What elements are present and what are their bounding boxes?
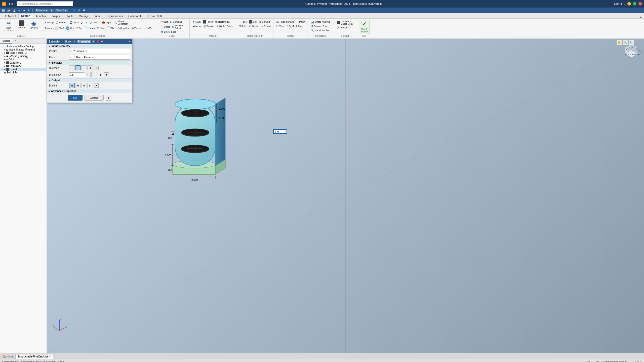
redo-btn[interactable]: ↪ [22, 9, 26, 12]
undo-btn[interactable]: ↩ [18, 9, 21, 12]
tab-view[interactable]: View [92, 14, 103, 18]
orbit-btn[interactable]: ↻ [628, 40, 634, 45]
distance-a-dropdown-btn[interactable]: ▾ [104, 72, 109, 77]
ok-btn[interactable]: OK [68, 95, 83, 101]
tab-inspect[interactable]: Inspect [50, 14, 64, 18]
fillet-btn[interactable]: ⌒ Fillet [106, 26, 116, 30]
close-btn[interactable] [638, 2, 642, 6]
dimension-input-box[interactable]: › [273, 129, 287, 134]
home-tab[interactable]: 🏠 Home [1, 354, 15, 359]
input-geometry-section[interactable]: ▼ Input Geometry [47, 44, 132, 48]
distance-a-input[interactable] [69, 72, 84, 77]
profiles-field[interactable]: ↖ 2 Profiles × [69, 49, 130, 53]
from-clear-btn[interactable]: × [91, 56, 94, 59]
open-btn[interactable]: 📂 [7, 9, 11, 12]
sign-in-btn[interactable]: Sign In [614, 3, 622, 5]
model-tab[interactable]: Model [0, 39, 12, 43]
unwrap-btn[interactable]: 📄 Unrap [84, 26, 96, 30]
appearance-dropdown[interactable]: ▾ [50, 9, 54, 12]
box-btn[interactable]: ⬛ Box [248, 20, 258, 24]
pin-btn[interactable]: 📌 [96, 40, 100, 43]
from-field[interactable]: ↖ 1 Sketch Plane × [69, 55, 130, 60]
fit-mesh-btn[interactable]: ⊞ Fit Mesh Face [285, 24, 304, 28]
tree-item-endofpart[interactable]: ⊞ End of Part [1, 71, 46, 74]
chamfer-btn[interactable]: ◇ Chamfer [117, 26, 130, 30]
doc-tab-close-btn[interactable]: × [49, 355, 51, 358]
tab-collaborate[interactable]: Collaborate [126, 14, 145, 18]
status-icon-1[interactable]: ≡ [635, 360, 636, 362]
search-input[interactable] [22, 3, 72, 5]
doc-tab-active[interactable]: InstructableFinalDraft.ipt × [15, 354, 53, 359]
split-btn[interactable]: ✂ Split [160, 20, 169, 24]
cancel-btn[interactable]: Cancel [85, 95, 104, 101]
stitch-btn[interactable]: ⊓ Stitch [238, 24, 248, 28]
direction-symmetric-btn[interactable]: ↕ [69, 65, 75, 70]
extrude-btn[interactable]: ⬛ Extrude [16, 20, 27, 29]
properties-close-btn[interactable]: × [129, 40, 131, 43]
finish-sketch-btn[interactable]: ✔ FinishSketch [359, 20, 370, 34]
rib-btn[interactable]: ≡ Rib [75, 26, 83, 30]
new-btn[interactable]: 🆕 [1, 9, 6, 12]
properties-tab[interactable]: Properties [77, 40, 91, 43]
ucs-btn[interactable]: ⊹ UCS [143, 26, 152, 30]
shell-btn[interactable]: ⬜ Shell [54, 26, 64, 30]
add-tab[interactable]: + [92, 40, 95, 43]
hole-btn[interactable]: ⊙ Hole [96, 26, 105, 30]
boolean-join-btn[interactable]: ⊕ [69, 83, 75, 88]
tree-item-extrusion2[interactable]: ▶ ⬛ Extrusion2 [1, 64, 46, 68]
advanced-section[interactable]: ▶ Advanced Properties [47, 89, 132, 93]
sweep-btn[interactable]: ⟳ Sweep [43, 20, 55, 25]
direction-asymmetric-btn[interactable]: ⇕ [87, 65, 93, 70]
extra-btn1[interactable]: 🔵 [72, 9, 76, 12]
extra-btn3[interactable]: ☰ [82, 9, 86, 12]
file-menu[interactable]: File [8, 2, 15, 6]
boolean-cut-btn[interactable]: ⊖ [75, 83, 81, 88]
minimize-btn[interactable] [627, 2, 631, 6]
direction-negative-btn[interactable]: ↓ [81, 65, 87, 70]
patch-btn[interactable]: ⬚ Patch [295, 20, 306, 24]
viewport[interactable]: Extrusion › Sketch3 [47, 39, 644, 353]
tree-item-origin[interactable]: ▶ ⊹ Origin [1, 58, 46, 61]
tree-item-root[interactable]: ▼ 📄 InstructableFinalDraft.ipt [1, 45, 46, 48]
loft-btn[interactable]: ◭ Loft [80, 20, 88, 25]
direction-positive-btn[interactable]: ↑ [75, 65, 81, 70]
boolean-intersect-btn[interactable]: ⊗ [81, 83, 87, 88]
coil-btn[interactable]: 🌀 Coil [65, 26, 75, 30]
stress-analysis-btn[interactable]: 📊 Stress Analysis [310, 20, 331, 24]
zoom-btn[interactable]: 🔍 [622, 40, 628, 45]
maximize-btn[interactable] [633, 2, 636, 6]
tab-manage[interactable]: Manage [76, 14, 92, 18]
combine-btn[interactable]: ⊕ Combine [169, 20, 183, 24]
status-icon-3[interactable]: □ [640, 360, 642, 362]
boolean-dropdown-btn[interactable]: ▾ [94, 83, 99, 88]
face-btn[interactable]: ◻ Face [238, 20, 248, 24]
emboss-btn[interactable]: ⬡ Emboss [55, 20, 68, 25]
settings-btn[interactable]: ⚙ [27, 9, 30, 12]
start-2d-sketch-btn[interactable]: ✏ Start2D Sketch [3, 20, 15, 32]
material-dropdown[interactable]: Material ▾ [35, 9, 49, 12]
finish-btn[interactable]: ⬛ Finish [202, 20, 214, 24]
tree-item-extrusion1[interactable]: ▶ ⬛ Extrusion1 [1, 61, 46, 64]
tree-item-extrude-selected[interactable]: ▶ ⬛ Extrude [1, 68, 46, 71]
extra-btn2[interactable]: ⚙ [77, 9, 81, 12]
revolve-btn[interactable]: ◉ Revolve [28, 20, 39, 30]
trim-btn[interactable]: ✂ Trim [275, 24, 285, 28]
rectangular-btn[interactable]: ▦ Rectangular [214, 20, 231, 24]
dim-arrow[interactable]: › [285, 130, 286, 133]
distance-a-up-btn[interactable]: ↑ [85, 72, 91, 77]
output-section[interactable]: ▼ Output [47, 78, 132, 82]
help-btn[interactable]: ? [624, 2, 625, 5]
point-btn[interactable]: · Point ▾ [43, 26, 53, 30]
thicken-btn[interactable]: ⇔ Thicken/Offset [171, 24, 184, 30]
mark-btn[interactable]: ✦ Mark [192, 20, 201, 24]
import-btn[interactable]: 📥 Import [101, 20, 113, 25]
expand-collapse-btn[interactable]: ⇔ [101, 40, 103, 43]
tree-item-zview[interactable]: ▶ ◉ Z-View: [Primary] [1, 55, 46, 58]
profiles-clear-btn[interactable]: × [85, 50, 87, 52]
pan-btn[interactable]: ✋ [616, 40, 622, 45]
decal-btn[interactable]: 🖼 Decal [69, 20, 79, 25]
plus-btn[interactable]: + [106, 95, 111, 101]
thread-btn[interactable]: ⊚ Thread [131, 26, 142, 30]
behavior-section[interactable]: ▼ Behavior [47, 61, 132, 65]
search-bar[interactable]: 🔍 [17, 1, 73, 6]
